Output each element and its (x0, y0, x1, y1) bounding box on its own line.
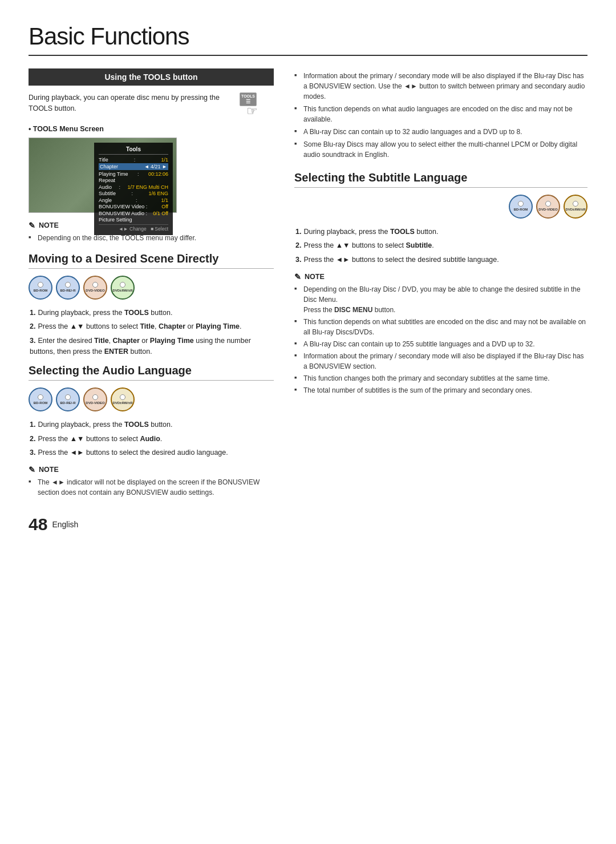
scene-disc-icons: BD-ROM BD-RE/-R DVD-VIDEO DVD±RW/±R (29, 276, 274, 300)
tools-row-bonusview-video: BONUSVIEW Video :Off (99, 204, 168, 209)
subtitle-disc-icons: BD-ROM DVD-VIDEO DVD±RW/±R (294, 195, 587, 219)
tools-row-angle: Angle:1/1 (99, 197, 168, 203)
disc-icon-dvd-rw: DVD±RW/±R (111, 276, 135, 300)
audio-step-2: 2.Press the ▲▼ buttons to select Audio. (29, 434, 274, 445)
audio-disc-icons: BD-ROM BD-RE/-R DVD-VIDEO DVD±RW/±R (29, 387, 274, 411)
scene-step-1: 1.During playback, press the TOOLS butto… (29, 308, 274, 318)
note-4-item-6: The total number of subtitles is the sum… (294, 385, 587, 395)
left-column: Using the TOOLS button During playback, … (29, 68, 274, 534)
subtitle-disc-icon-bd-rom: BD-ROM (509, 195, 533, 219)
right-bullet-1: Information about the primary / secondar… (294, 71, 587, 102)
tools-menu-overlay: Tools Title:1/1 Chapter◄ 4/21 ► Playing … (94, 143, 173, 236)
tools-menu-label: • TOOLS Menu Screen (29, 125, 274, 133)
page-number: 48 (29, 515, 47, 534)
subtitle-language-heading: Selecting the Subtitle Language (294, 171, 587, 188)
note-3: ✎ NOTE The ◄► indicator will not be disp… (29, 465, 274, 498)
note-3-item-1: The ◄► indicator will not be displayed o… (29, 477, 274, 498)
tools-row-bonusview-audio: BONUSVIEW Audio :0/1 Off (99, 211, 168, 216)
tools-button-body: During playback, you can operate disc me… (29, 92, 235, 115)
audio-steps: 1.During playback, press the TOOLS butto… (29, 419, 274, 458)
right-bullet-3: A Blu-ray Disc can contain up to 32 audi… (294, 127, 587, 137)
pencil-icon-4: ✎ (294, 272, 301, 281)
tools-row-title: Title:1/1 (99, 157, 168, 163)
note-4: ✎ NOTE Depending on the Blu-ray Disc / D… (294, 272, 587, 395)
tools-menu-footer: ◄► Change ■ Select (99, 224, 168, 232)
note-3-label: NOTE (39, 466, 59, 474)
tools-row-playing-time: Playing Time:00:12:06 (99, 171, 168, 177)
subtitle-disc-icon-dvd-rw: DVD±RW/±R (564, 195, 587, 219)
subtitle-disc-icon-dvd-video: DVD-VIDEO (536, 195, 560, 219)
note-4-item-3: A Blu-ray Disc can contain up to 255 sub… (294, 339, 587, 349)
pencil-icon: ✎ (29, 221, 35, 230)
note-4-header: ✎ NOTE (294, 272, 587, 281)
audio-disc-icon-bd-rer: BD-RE/-R (56, 387, 80, 411)
audio-language-heading: Selecting the Audio Language (29, 364, 274, 381)
tools-button-heading: Using the TOOLS button (29, 68, 274, 86)
tools-menu-title: Tools (99, 146, 168, 155)
subtitle-step-1: 1.During playback, press the TOOLS butto… (294, 227, 587, 237)
audio-step-3: 3.Press the ◄► buttons to select the des… (29, 447, 274, 458)
note-4-item-5: This function changes both the primary a… (294, 373, 587, 383)
tools-row-subtitle: Subtitle:1/6 ENG (99, 191, 168, 196)
audio-language-section: Selecting the Audio Language BD-ROM BD-R… (29, 364, 274, 458)
note-4-item-2: This function depends on what subtitles … (294, 317, 587, 337)
page-language: English (52, 520, 78, 529)
tools-row-chapter: Chapter◄ 4/21 ► (99, 163, 168, 170)
right-bullet-2: This function depends on what audio lang… (294, 104, 587, 124)
right-column: Information about the primary / secondar… (294, 68, 587, 534)
tools-menu-screen: Tools Title:1/1 Chapter◄ 4/21 ► Playing … (29, 138, 177, 213)
hand-pointer-icon: ☞ (246, 104, 274, 119)
scene-step-3: 3.Enter the desired Title, Chapter or Pl… (29, 336, 274, 358)
disc-icon-bd-rom: BD-ROM (29, 276, 52, 300)
page-title: Basic Functions (29, 23, 587, 56)
page-number-row: 48 English (29, 515, 274, 534)
scene-step-2: 2.Press the ▲▼ buttons to select Title, … (29, 321, 274, 332)
subtitle-step-3: 3.Press the ◄► buttons to select the des… (294, 255, 587, 265)
audio-disc-icon-bd-rom: BD-ROM (29, 387, 52, 411)
tools-row-audio: Audio:1/7 ENG Multi CH (99, 184, 168, 190)
note-4-item-4: Information about the primary / secondar… (294, 351, 587, 371)
subtitle-steps: 1.During playback, press the TOOLS butto… (294, 227, 587, 265)
subtitle-language-section: Selecting the Subtitle Language BD-ROM D… (294, 171, 587, 265)
pencil-icon-3: ✎ (29, 465, 35, 474)
audio-step-1: 1.During playback, press the TOOLS butto… (29, 419, 274, 430)
audio-disc-icon-dvd-rw: DVD±RW/±R (111, 387, 135, 411)
disc-icon-dvd-video: DVD-VIDEO (83, 276, 107, 300)
note-1-label: NOTE (39, 221, 59, 229)
note-1-item-1: Depending on the disc, the TOOLS menu ma… (29, 233, 274, 243)
tools-row-repeat: Repeat (99, 177, 168, 183)
scene-directly-heading: Moving to a Desired Scene Directly (29, 252, 274, 269)
tools-button-section: Using the TOOLS button During playback, … (29, 68, 274, 213)
scene-directly-section: Moving to a Desired Scene Directly BD-RO… (29, 252, 274, 358)
scene-steps: 1.During playback, press the TOOLS butto… (29, 308, 274, 358)
note-4-item-1: Depending on the Blu-ray Disc / DVD, you… (294, 284, 587, 315)
audio-disc-icon-dvd-video: DVD-VIDEO (83, 387, 107, 411)
subtitle-step-2: 2.Press the ▲▼ buttons to select Subtitl… (294, 240, 587, 251)
disc-icon-bd-rer: BD-RE/-R (56, 276, 80, 300)
note-3-header: ✎ NOTE (29, 465, 274, 474)
right-top-bullets: Information about the primary / secondar… (294, 71, 587, 160)
tools-row-picture: Picture Setting (99, 217, 168, 223)
note-4-label: NOTE (305, 273, 325, 281)
right-bullet-4: Some Blu-ray Discs may allow you to sele… (294, 139, 587, 160)
